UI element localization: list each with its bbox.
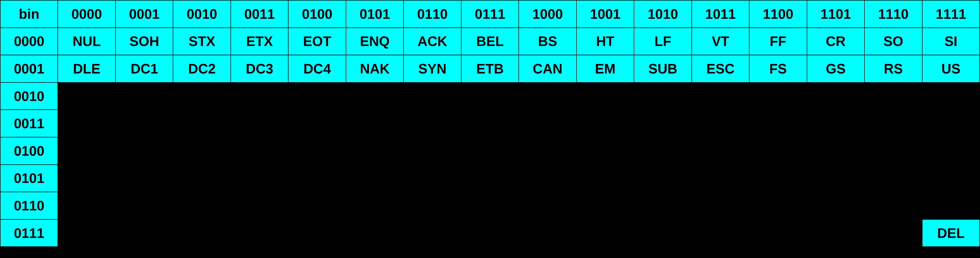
cell-0100-15 bbox=[922, 137, 980, 165]
cell-0111-8 bbox=[519, 220, 576, 247]
cell-0011-10 bbox=[634, 110, 692, 137]
cell-0011-13 bbox=[807, 110, 864, 137]
table-row: 0010 bbox=[0, 82, 980, 110]
cell-0001-1: DC1 bbox=[116, 55, 173, 82]
cell-0010-1 bbox=[116, 82, 173, 110]
row-label: 0110 bbox=[0, 192, 58, 220]
cell-0000-1: SOH bbox=[116, 28, 173, 55]
cell-0101-10 bbox=[634, 165, 692, 192]
cell-0110-10 bbox=[634, 192, 692, 220]
cell-0010-13 bbox=[807, 82, 864, 110]
cell-0101-3 bbox=[231, 165, 288, 192]
cell-0101-0 bbox=[58, 165, 115, 192]
cell-0101-15 bbox=[922, 165, 980, 192]
cell-0111-3 bbox=[231, 220, 288, 247]
column-header-1010: 1010 bbox=[634, 0, 692, 28]
cell-0001-7: ETB bbox=[461, 55, 519, 82]
cell-0001-13: GS bbox=[807, 55, 864, 82]
cell-0010-0 bbox=[58, 82, 115, 110]
cell-0100-3 bbox=[231, 137, 288, 165]
cell-0101-6 bbox=[404, 165, 461, 192]
cell-0111-7 bbox=[461, 220, 519, 247]
cell-0000-12: FF bbox=[749, 28, 807, 55]
cell-0001-5: NAK bbox=[346, 55, 404, 82]
cell-0100-4 bbox=[288, 137, 346, 165]
cell-0100-10 bbox=[634, 137, 692, 165]
cell-0000-0: NUL bbox=[58, 28, 115, 55]
column-header-0100: 0100 bbox=[288, 0, 346, 28]
table-row: 0111DEL bbox=[0, 220, 980, 247]
cell-0100-5 bbox=[346, 137, 404, 165]
cell-0000-10: LF bbox=[634, 28, 692, 55]
ascii-table: bin0000000100100011010001010110011110001… bbox=[0, 0, 980, 247]
cell-0111-5 bbox=[346, 220, 404, 247]
column-header-1111: 1111 bbox=[922, 0, 980, 28]
cell-0000-8: BS bbox=[519, 28, 576, 55]
cell-0000-2: STX bbox=[173, 28, 231, 55]
column-header-0111: 0111 bbox=[461, 0, 519, 28]
cell-0111-14 bbox=[864, 220, 922, 247]
cell-0101-13 bbox=[807, 165, 864, 192]
cell-0101-8 bbox=[519, 165, 576, 192]
cell-0100-11 bbox=[692, 137, 749, 165]
row-label: 0111 bbox=[0, 220, 58, 247]
cell-0000-13: CR bbox=[807, 28, 864, 55]
table-row: 0001DLEDC1DC2DC3DC4NAKSYNETBCANEMSUBESCF… bbox=[0, 55, 980, 82]
cell-0110-15 bbox=[922, 192, 980, 220]
row-label: 0100 bbox=[0, 137, 58, 165]
cell-0111-12 bbox=[749, 220, 807, 247]
cell-0101-2 bbox=[173, 165, 231, 192]
cell-0100-14 bbox=[864, 137, 922, 165]
column-header-0101: 0101 bbox=[346, 0, 404, 28]
cell-0000-4: EOT bbox=[288, 28, 346, 55]
cell-0000-9: HT bbox=[576, 28, 634, 55]
cell-0010-4 bbox=[288, 82, 346, 110]
cell-0010-2 bbox=[173, 82, 231, 110]
table-row: 0000NULSOHSTXETXEOTENQACKBELBSHTLFVTFFCR… bbox=[0, 28, 980, 55]
cell-0110-5 bbox=[346, 192, 404, 220]
cell-0010-15 bbox=[922, 82, 980, 110]
cell-0110-13 bbox=[807, 192, 864, 220]
cell-0111-1 bbox=[116, 220, 173, 247]
row-label: 0011 bbox=[0, 110, 58, 137]
cell-0000-5: ENQ bbox=[346, 28, 404, 55]
table-row: 0110 bbox=[0, 192, 980, 220]
cell-0001-8: CAN bbox=[519, 55, 576, 82]
column-bin-header: bin bbox=[0, 0, 58, 28]
cell-0011-15 bbox=[922, 110, 980, 137]
column-header-0000: 0000 bbox=[58, 0, 115, 28]
cell-0010-6 bbox=[404, 82, 461, 110]
cell-0110-6 bbox=[404, 192, 461, 220]
row-label: 0010 bbox=[0, 82, 58, 110]
cell-0011-14 bbox=[864, 110, 922, 137]
cell-0110-0 bbox=[58, 192, 115, 220]
cell-0111-2 bbox=[173, 220, 231, 247]
cell-0101-1 bbox=[116, 165, 173, 192]
cell-0001-10: SUB bbox=[634, 55, 692, 82]
cell-0100-8 bbox=[519, 137, 576, 165]
cell-0011-11 bbox=[692, 110, 749, 137]
cell-0100-13 bbox=[807, 137, 864, 165]
cell-0111-11 bbox=[692, 220, 749, 247]
cell-0000-3: ETX bbox=[231, 28, 288, 55]
cell-0110-3 bbox=[231, 192, 288, 220]
cell-0011-0 bbox=[58, 110, 115, 137]
cell-0011-1 bbox=[116, 110, 173, 137]
cell-0111-13 bbox=[807, 220, 864, 247]
cell-0001-2: DC2 bbox=[173, 55, 231, 82]
cell-0001-15: US bbox=[922, 55, 980, 82]
cell-0010-7 bbox=[461, 82, 519, 110]
cell-0000-14: SO bbox=[864, 28, 922, 55]
cell-0000-7: BEL bbox=[461, 28, 519, 55]
cell-0110-11 bbox=[692, 192, 749, 220]
cell-0001-9: EM bbox=[576, 55, 634, 82]
cell-0001-6: SYN bbox=[404, 55, 461, 82]
cell-0101-12 bbox=[749, 165, 807, 192]
cell-0010-3 bbox=[231, 82, 288, 110]
row-label: 0000 bbox=[0, 28, 58, 55]
cell-0100-6 bbox=[404, 137, 461, 165]
cell-0000-15: SI bbox=[922, 28, 980, 55]
row-label: 0101 bbox=[0, 165, 58, 192]
cell-0110-7 bbox=[461, 192, 519, 220]
cell-0011-7 bbox=[461, 110, 519, 137]
